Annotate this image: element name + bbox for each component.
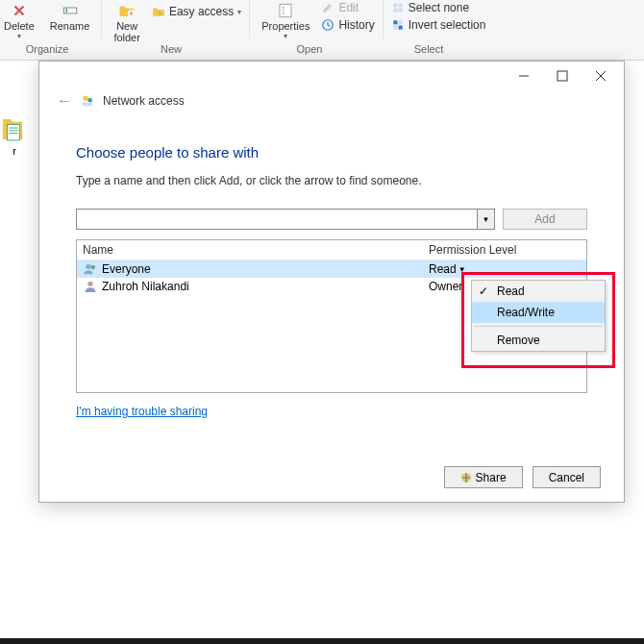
dialog-header: ← Network access bbox=[39, 90, 624, 117]
svg-rect-16 bbox=[8, 124, 20, 140]
permission-dropdown[interactable]: Read ▼ bbox=[429, 262, 581, 276]
svg-rect-14 bbox=[393, 26, 397, 30]
svg-rect-8 bbox=[393, 3, 397, 7]
dialog-instruction: Type a name and then click Add, or click… bbox=[76, 174, 587, 187]
history-icon bbox=[321, 18, 334, 32]
svg-rect-12 bbox=[393, 20, 397, 24]
svg-point-4 bbox=[283, 7, 285, 9]
group-icon bbox=[83, 261, 98, 277]
svg-rect-9 bbox=[398, 3, 402, 7]
svg-rect-3 bbox=[280, 4, 291, 17]
col-permission[interactable]: Permission Level bbox=[423, 240, 586, 260]
easy-access-button[interactable]: Easy access ▾ bbox=[148, 4, 245, 19]
select-none-icon bbox=[391, 1, 405, 14]
edit-icon bbox=[321, 1, 334, 14]
menu-item-readwrite[interactable]: Read/Write bbox=[472, 302, 605, 323]
ribbon: Delete ▾ Rename New folder Easy access ▾… bbox=[0, 0, 644, 43]
taskbar[interactable] bbox=[0, 638, 644, 644]
table-row[interactable]: Everyone Read ▼ bbox=[77, 260, 586, 278]
svg-rect-20 bbox=[83, 102, 93, 106]
svg-rect-15 bbox=[398, 26, 402, 30]
trouble-sharing-link[interactable]: I'm having trouble sharing bbox=[76, 405, 208, 418]
back-arrow-icon[interactable]: ← bbox=[57, 92, 72, 110]
titlebar bbox=[39, 62, 624, 90]
rename-icon bbox=[62, 2, 79, 19]
delete-button[interactable]: Delete ▾ bbox=[0, 0, 42, 40]
user-icon bbox=[83, 279, 98, 294]
svg-rect-0 bbox=[63, 8, 77, 13]
properties-button[interactable]: Properties ▾ bbox=[254, 0, 317, 40]
svg-point-5 bbox=[283, 10, 285, 12]
svg-rect-11 bbox=[398, 9, 402, 12]
col-name[interactable]: Name bbox=[77, 240, 423, 260]
user-combo-input[interactable]: ▼ bbox=[76, 209, 495, 230]
svg-rect-1 bbox=[65, 9, 67, 13]
select-group: Select none Invert selection bbox=[387, 0, 490, 33]
invert-selection-button[interactable]: Invert selection bbox=[387, 17, 490, 33]
svg-point-21 bbox=[86, 264, 90, 269]
minimize-button[interactable] bbox=[505, 63, 543, 88]
menu-separator bbox=[474, 326, 603, 327]
svg-point-6 bbox=[283, 12, 285, 14]
svg-rect-10 bbox=[393, 9, 397, 12]
svg-rect-17 bbox=[557, 71, 567, 81]
svg-point-19 bbox=[87, 98, 92, 103]
properties-icon bbox=[277, 2, 294, 19]
svg-point-18 bbox=[83, 96, 87, 101]
dialog-footer: Share Cancel bbox=[444, 466, 601, 488]
new-folder-icon bbox=[118, 2, 136, 19]
close-button[interactable] bbox=[582, 63, 620, 88]
svg-point-22 bbox=[90, 265, 95, 270]
dialog-title: Network access bbox=[103, 94, 185, 108]
add-button[interactable]: Add bbox=[503, 209, 587, 230]
ribbon-group-labels: Organize New Open Select bbox=[0, 43, 644, 61]
history-button[interactable]: History bbox=[317, 17, 378, 33]
folder-thumb-icon bbox=[2, 115, 23, 142]
edit-button[interactable]: Edit bbox=[317, 0, 378, 15]
folder-thumbnail[interactable]: r bbox=[0, 115, 27, 157]
menu-item-read[interactable]: ✓ Read bbox=[472, 281, 605, 302]
share-button[interactable]: Share bbox=[444, 466, 523, 488]
check-icon: ✓ bbox=[479, 285, 488, 298]
menu-item-remove[interactable]: Remove bbox=[472, 330, 605, 351]
delete-icon bbox=[11, 2, 28, 19]
dialog-heading: Choose people to share with bbox=[76, 144, 587, 161]
new-folder-button[interactable]: New folder bbox=[106, 0, 148, 43]
select-none-button[interactable]: Select none bbox=[387, 0, 490, 15]
open-group-extras: Edit History bbox=[317, 0, 378, 33]
svg-rect-13 bbox=[398, 20, 402, 24]
permission-menu: ✓ Read Read/Write Remove bbox=[471, 280, 606, 352]
cancel-button[interactable]: Cancel bbox=[533, 466, 601, 488]
network-access-icon bbox=[80, 93, 95, 109]
shield-icon bbox=[460, 472, 472, 483]
new-group-extras: Easy access ▾ bbox=[148, 0, 245, 19]
rename-button[interactable]: Rename bbox=[42, 0, 98, 32]
svg-point-23 bbox=[87, 282, 92, 286]
table-header: Name Permission Level bbox=[77, 240, 586, 260]
easy-access-icon bbox=[152, 5, 165, 18]
invert-selection-icon bbox=[391, 18, 405, 32]
maximize-button[interactable] bbox=[543, 63, 582, 88]
combo-dropdown-button[interactable]: ▼ bbox=[477, 210, 494, 229]
